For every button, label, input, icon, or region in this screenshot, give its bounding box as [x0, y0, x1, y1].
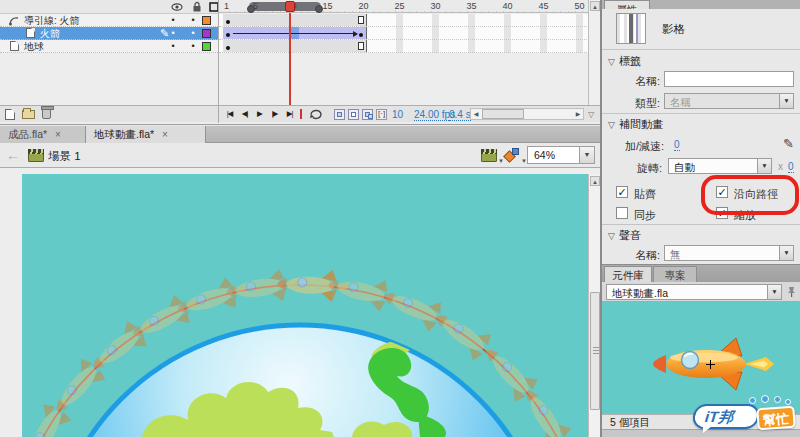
sync-checkbox[interactable] [616, 207, 628, 219]
edit-symbols-icon[interactable] [505, 148, 520, 163]
frames-earth-layer[interactable] [219, 40, 588, 53]
scrollbar-thumb[interactable] [590, 292, 600, 410]
sound-name-label: 名稱: [610, 248, 660, 263]
timeline-horizontal-scrollbar[interactable]: ◀ ▶ [470, 108, 584, 120]
scene-clapper-icon [28, 149, 44, 162]
ruler-frame-number: 35 [466, 0, 476, 12]
scroll-left-arrow[interactable]: ◀ [471, 109, 481, 119]
delete-layer-button[interactable] [42, 108, 51, 119]
section-tween[interactable]: ▽補間動畫 [608, 117, 663, 132]
watermark-text-2: 幫忙 [763, 410, 790, 430]
panel-collapse-icon[interactable]: ▽ [588, 110, 594, 119]
layer-row-earth[interactable]: 地球 • • [0, 40, 218, 53]
triangle-icon: ▽ [608, 120, 615, 130]
tab-finished-fla[interactable]: 成品.fla*× [0, 126, 86, 143]
tab-properties[interactable]: 屬性 [604, 0, 650, 9]
go-last-frame-icon[interactable]: ▶| [282, 107, 297, 121]
lock-icon[interactable] [191, 1, 203, 13]
frame-label-input[interactable] [664, 71, 794, 87]
stage-vertical-scrollbar[interactable]: ▲ [588, 174, 600, 437]
step-forward-icon[interactable]: |▶ [267, 107, 282, 121]
section-label[interactable]: ▽標籤 [608, 54, 641, 69]
zoom-level-value: 64% [534, 149, 555, 161]
section-sound[interactable]: ▽聲音 [608, 228, 641, 243]
rotate-count[interactable]: 0 [788, 161, 794, 173]
layer-color-swatch[interactable] [202, 16, 211, 25]
pin-icon[interactable] [786, 286, 797, 298]
snap-checkbox[interactable]: ✓ [616, 186, 628, 198]
back-arrow-icon[interactable]: ← [6, 147, 20, 163]
layer-name[interactable]: 導引線: 火箭 [24, 14, 80, 27]
ruler-frame-number: 20 [358, 0, 368, 12]
scroll-right-arrow[interactable]: ▶ [573, 109, 583, 119]
layer-color-swatch[interactable] [202, 29, 211, 38]
library-toolbar: 地球動畫.fla ▼ [602, 282, 800, 302]
triangle-icon: ▽ [608, 57, 615, 67]
layer-lock-dot[interactable]: • [188, 14, 198, 27]
close-icon[interactable]: × [162, 129, 168, 140]
timeline-ruler[interactable]: 1510152025303540455055 [219, 0, 588, 13]
tab-library[interactable]: 元件庫 [604, 266, 652, 283]
properties-panel: 屬性 影格 ▽標籤 名稱: 類型: 名稱 ▼ ▽補間動畫 加/減速: 0 ✎ 旋… [600, 0, 800, 437]
watermark-text-1: iT邦 [704, 408, 734, 427]
section-title: 補間動畫 [619, 118, 663, 130]
library-document-dropdown[interactable]: 地球動畫.fla ▼ [606, 284, 782, 300]
site-watermark: iT邦 幫忙 [691, 395, 799, 435]
stage-canvas[interactable] [22, 174, 588, 437]
layer-visibility-dot[interactable]: • [168, 14, 178, 27]
play-icon[interactable]: ▶ [252, 107, 267, 121]
edit-multiple-frames-icon[interactable] [362, 109, 373, 120]
new-folder-button[interactable] [22, 110, 35, 119]
scroll-up-arrow[interactable]: ▲ [590, 1, 600, 11]
center-playhead-icon[interactable] [300, 109, 302, 119]
timeline-vertical-scrollbar[interactable]: ▲ [588, 0, 600, 105]
layer-icon [10, 41, 19, 51]
layer-lock-dot[interactable]: • [188, 40, 198, 53]
snap-label: 貼齊 [634, 187, 656, 202]
chevron-down-icon[interactable]: ▼ [779, 246, 793, 260]
ruler-frame-number: 45 [538, 0, 548, 12]
new-layer-button[interactable] [5, 109, 15, 120]
edit-scene-icon[interactable] [481, 149, 497, 162]
chevron-down-icon[interactable]: ▼ [767, 285, 781, 299]
layer-name[interactable]: 地球 [24, 40, 44, 53]
transport-controls: |◀◀|▶|▶▶| [222, 107, 297, 121]
layer-color-swatch[interactable] [202, 42, 211, 51]
tab-earth-animation-fla[interactable]: 地球動畫.fla*× [86, 126, 206, 143]
red-highlight-annotation [701, 175, 799, 215]
layer-row-guide[interactable]: 導引線: 火箭 • • [0, 14, 218, 27]
motion-guide-icon [8, 15, 20, 26]
playhead-marker[interactable] [285, 1, 295, 12]
chevron-down-icon[interactable]: ▼ [757, 159, 771, 173]
rotate-dropdown[interactable]: 自動 ▼ [668, 158, 772, 174]
eye-icon[interactable] [171, 1, 183, 13]
pencil-edit-icon[interactable]: ✎ [783, 136, 794, 151]
scroll-up-arrow[interactable]: ▲ [590, 176, 600, 186]
sound-name-dropdown[interactable]: 無 ▼ [664, 245, 794, 261]
layer-row-rocket[interactable]: 火箭 ✎ • • [0, 27, 218, 40]
ruler-frame-number: 40 [502, 0, 512, 12]
timeline-panel: 導引線: 火箭 • • 火箭 ✎ • • 地球 • • [0, 0, 600, 125]
layer-lock-dot[interactable]: • [188, 27, 198, 40]
modify-markers-icon[interactable]: [·] [376, 109, 387, 120]
ease-value[interactable]: 0 [674, 139, 680, 151]
sync-label: 同步 [634, 208, 656, 223]
layer-visibility-dot[interactable]: • [168, 40, 178, 53]
step-back-icon[interactable]: ◀| [237, 107, 252, 121]
layer-name[interactable]: 火箭 [40, 27, 60, 40]
frames-guide-layer[interactable] [219, 14, 588, 27]
scrollbar-thumb[interactable] [482, 109, 524, 119]
layer-visibility-dot[interactable]: • [168, 27, 178, 40]
timeline-frames-area[interactable]: 1510152025303540455055 [218, 0, 588, 105]
zoom-level-combo[interactable]: 64% ▼ [527, 146, 595, 164]
close-icon[interactable]: × [55, 129, 61, 140]
go-first-frame-icon[interactable]: |◀ [222, 107, 237, 121]
onion-skin-outline-icon[interactable] [348, 109, 359, 120]
onion-skin-icon[interactable] [334, 109, 345, 120]
ease-label: 加/減速: [614, 139, 664, 154]
tab-project[interactable]: 專案 [653, 266, 697, 283]
scene-name[interactable]: 場景 1 [48, 149, 81, 164]
loop-playback-icon[interactable] [308, 109, 324, 120]
chevron-down-icon[interactable]: ▼ [579, 147, 594, 163]
frames-rocket-layer[interactable] [219, 27, 588, 40]
